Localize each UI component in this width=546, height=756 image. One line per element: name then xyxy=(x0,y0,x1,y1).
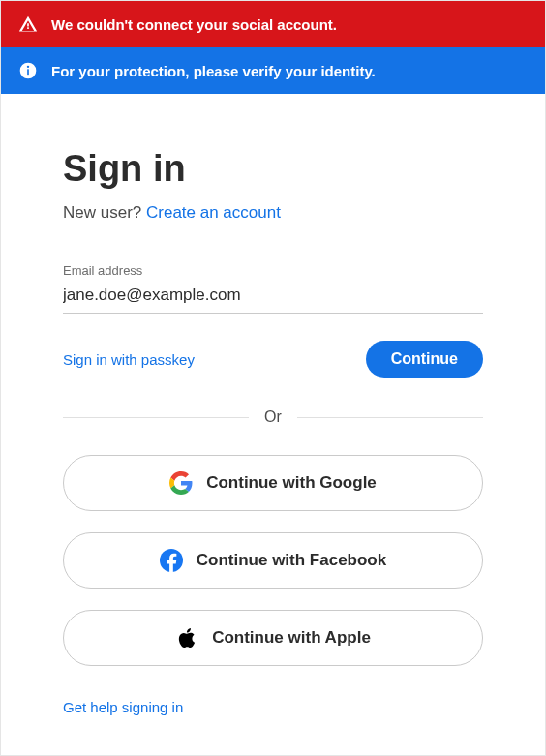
google-signin-label: Continue with Google xyxy=(206,473,377,493)
facebook-signin-button[interactable]: Continue with Facebook xyxy=(63,532,483,589)
divider-line-right xyxy=(297,417,483,418)
continue-button[interactable]: Continue xyxy=(366,341,483,378)
google-signin-button[interactable]: Continue with Google xyxy=(63,455,483,511)
apple-signin-label: Continue with Apple xyxy=(212,628,371,648)
signin-form: Sign in New user? Create an account Emai… xyxy=(1,94,545,743)
help-signing-in-link[interactable]: Get help signing in xyxy=(63,699,183,715)
warning-icon xyxy=(18,15,38,34)
actions-row: Sign in with passkey Continue xyxy=(63,341,483,378)
facebook-icon xyxy=(160,549,183,572)
divider-text: Or xyxy=(264,408,282,426)
page-title: Sign in xyxy=(63,148,483,190)
error-banner-text: We couldn't connect your social account. xyxy=(51,16,337,33)
divider: Or xyxy=(63,408,483,426)
google-icon xyxy=(169,471,193,495)
email-field-group: Email address xyxy=(63,263,483,314)
info-icon xyxy=(18,61,38,80)
email-input[interactable] xyxy=(63,282,483,314)
svg-rect-1 xyxy=(27,69,29,75)
divider-line-left xyxy=(63,417,249,418)
new-user-row: New user? Create an account xyxy=(63,203,483,223)
new-user-text: New user? xyxy=(63,203,146,222)
svg-point-2 xyxy=(27,66,29,68)
apple-signin-button[interactable]: Continue with Apple xyxy=(63,610,483,666)
info-banner: For your protection, please verify your … xyxy=(1,47,545,94)
email-label: Email address xyxy=(63,263,483,278)
passkey-link[interactable]: Sign in with passkey xyxy=(63,351,195,368)
create-account-link[interactable]: Create an account xyxy=(146,203,281,222)
apple-icon xyxy=(175,626,198,650)
error-banner: We couldn't connect your social account. xyxy=(1,1,545,47)
info-banner-text: For your protection, please verify your … xyxy=(51,63,376,79)
facebook-signin-label: Continue with Facebook xyxy=(197,551,386,570)
